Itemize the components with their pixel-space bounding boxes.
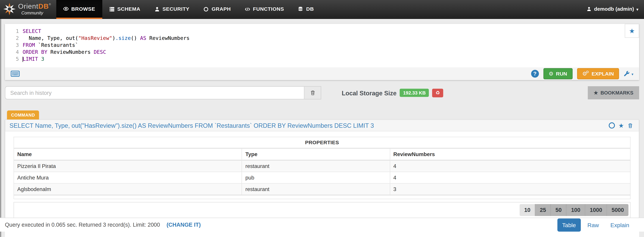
- query-status-text: Query executed in 0.065 sec. Returned 3 …: [5, 222, 160, 228]
- bookmark-item-button[interactable]: ★: [618, 122, 624, 128]
- nav-tabs: BROWSE SCHEMA SECURITY GRAPH FUNCTIONS D…: [56, 0, 321, 18]
- history-controls-row: Local Storage Size 192.33 KB ♻ ★ BOOKMAR…: [5, 86, 639, 99]
- table-caption: PROPERTIES: [14, 137, 630, 148]
- nav-tab-label: FUNCTIONS: [253, 6, 284, 12]
- trash-icon: [628, 123, 633, 128]
- status-footer: Query executed in 0.065 sec. Returned 3 …: [0, 218, 644, 232]
- code-line: 5LIMIT 3: [5, 56, 639, 62]
- cell-type: restaurant: [242, 184, 390, 195]
- code-segment: SELECT: [22, 28, 41, 34]
- page-size-5000[interactable]: 5000: [607, 204, 628, 216]
- server-stack-icon: [109, 6, 114, 12]
- view-tab-explain[interactable]: Explain: [606, 218, 634, 231]
- cell-name: Antiche Mura: [14, 172, 242, 184]
- settings-dropdown-button[interactable]: ▾: [624, 70, 633, 77]
- code-line: 2 Name, Type, out("HasReview").size() AS…: [5, 34, 639, 42]
- nav-tab-security[interactable]: SECURITY: [147, 0, 196, 18]
- view-tab-table[interactable]: Table: [557, 218, 581, 231]
- code-segment: "HasReview": [78, 35, 112, 41]
- view-tab-raw[interactable]: Raw: [582, 218, 604, 231]
- history-item-card: SELECT Name, Type, out("HasReview").size…: [5, 120, 639, 225]
- line-number: 3: [5, 42, 22, 48]
- nav-tab-label: GRAPH: [212, 6, 231, 12]
- toolbar-actions: ? ⚙RUN ⚙⚙EXPLAIN ▾: [531, 68, 633, 79]
- code-line: 4ORDER BY ReviewNumbers DESC: [5, 48, 639, 56]
- properties-table: PROPERTIES Name Type ReviewNumbers Pizze…: [14, 137, 630, 199]
- page-size-selector: 10 25 50 100 1000 5000: [520, 204, 628, 216]
- code-segment: `Restaurants`: [35, 42, 78, 48]
- nav-tab-graph[interactable]: GRAPH: [196, 0, 238, 18]
- orientdb-studio-page: OrientDB® Community BROWSE SCHEMA SECURI…: [0, 0, 644, 237]
- cell-type: pub: [242, 172, 390, 184]
- table-row[interactable]: Pizzeria Il Pirata restaurant 4: [14, 160, 630, 172]
- code-segment: [38, 56, 41, 62]
- trash-icon: [310, 90, 315, 96]
- chevron-down-icon: ▾: [632, 72, 633, 76]
- storage-size-label: Local Storage Size: [342, 89, 396, 96]
- nav-tab-label: BROWSE: [71, 6, 95, 12]
- database-icon: [298, 6, 303, 12]
- star-icon: ★: [629, 27, 635, 35]
- query-editor-card: 1SELECT 2 Name, Type, out("HasReview").s…: [5, 24, 639, 80]
- nav-tab-browse[interactable]: BROWSE: [56, 0, 102, 19]
- page-size-1000[interactable]: 1000: [585, 204, 607, 216]
- cell-reviewnumbers: 4: [390, 160, 630, 172]
- nav-tab-functions[interactable]: FUNCTIONS: [238, 0, 291, 18]
- cell-type: restaurant: [242, 160, 390, 172]
- search-history-input[interactable]: [5, 86, 304, 99]
- user-icon: [587, 6, 592, 12]
- code-segment: LIMIT: [22, 56, 38, 62]
- brand-subtitle: Community: [22, 11, 51, 15]
- bookmarks-button[interactable]: ★ BOOKMARKS: [588, 86, 639, 99]
- orientdb-star-logo-icon: [3, 2, 16, 16]
- table-row[interactable]: Aglsbodenalm restaurant 3: [14, 184, 630, 195]
- sql-code-editor[interactable]: 1SELECT 2 Name, Type, out("HasReview").s…: [5, 24, 639, 67]
- explain-button[interactable]: ⚙⚙EXPLAIN: [577, 68, 619, 79]
- page-size-row: 10 25 50 100 1000 5000: [14, 202, 630, 218]
- line-number: 4: [5, 48, 22, 56]
- nav-tab-schema[interactable]: SCHEMA: [102, 0, 147, 18]
- cell-name: Pizzeria Il Pirata: [14, 160, 242, 172]
- storage-size-badge: 192.33 KB: [400, 89, 429, 97]
- code-segment: ReviewNumbers: [146, 35, 190, 41]
- brand-title: OrientDB®: [18, 3, 51, 10]
- code-segment: Name, Type, out(: [22, 35, 78, 41]
- column-header-type[interactable]: Type: [242, 148, 390, 160]
- code-segment: .size: [116, 35, 131, 41]
- keyboard-icon: [11, 70, 20, 77]
- code-brackets-icon: [245, 6, 250, 12]
- cell-reviewnumbers: 3: [390, 184, 630, 195]
- query-result-panel: PROPERTIES Name Type ReviewNumbers Pizze…: [5, 132, 639, 225]
- gear-icon: ⚙: [586, 70, 589, 74]
- orientdb-logo[interactable]: OrientDB® Community: [0, 0, 56, 18]
- change-limit-link[interactable]: (CHANGE IT): [166, 222, 201, 228]
- user-menu[interactable]: demodb (admin) ▾: [581, 0, 644, 18]
- page-size-100[interactable]: 100: [566, 204, 585, 216]
- code-line: 1SELECT: [5, 28, 639, 34]
- history-query-link[interactable]: SELECT Name, Type, out("HasReview").size…: [10, 122, 607, 129]
- keyboard-shortcuts-button[interactable]: [11, 70, 20, 77]
- star-icon: ★: [618, 122, 624, 129]
- explain-button-label: EXPLAIN: [592, 71, 614, 77]
- delete-item-button[interactable]: [628, 123, 633, 128]
- graph-view-button[interactable]: [608, 122, 615, 128]
- column-header-name[interactable]: Name: [14, 148, 242, 160]
- person-icon: [154, 6, 160, 12]
- bookmark-query-button[interactable]: ★: [625, 24, 639, 38]
- top-navbar: OrientDB® Community BROWSE SCHEMA SECURI…: [0, 0, 644, 19]
- table-row[interactable]: Antiche Mura pub 4: [14, 172, 630, 184]
- page-size-25[interactable]: 25: [536, 204, 551, 216]
- nav-tab-db[interactable]: DB: [291, 0, 321, 18]
- column-header-reviewnumbers[interactable]: ReviewNumbers: [390, 148, 630, 160]
- command-type-badge: COMMAND: [7, 110, 39, 120]
- local-storage-info: Local Storage Size 192.33 KB ♻: [342, 88, 443, 97]
- clear-storage-button[interactable]: ♻: [432, 88, 443, 97]
- table-header-row: Name Type ReviewNumbers: [14, 148, 630, 160]
- page-size-50[interactable]: 50: [551, 204, 566, 216]
- run-button[interactable]: ⚙RUN: [543, 68, 572, 79]
- circle-icon: [204, 6, 209, 12]
- code-segment: ORDER BY: [22, 49, 47, 55]
- page-size-10[interactable]: 10: [520, 204, 536, 216]
- clear-history-button[interactable]: [304, 86, 321, 99]
- help-button[interactable]: ?: [531, 70, 539, 78]
